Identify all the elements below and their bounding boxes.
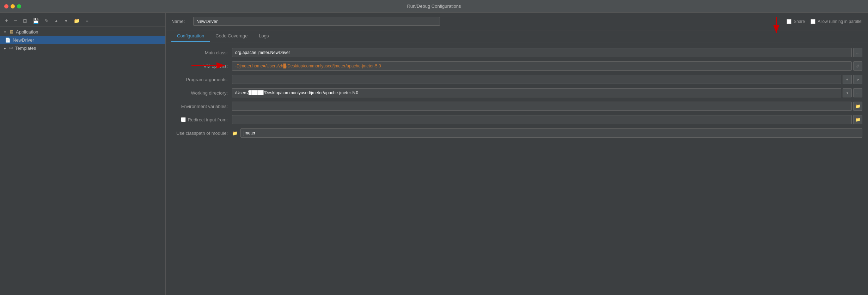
main-class-browse-btn[interactable]: … — [853, 48, 862, 57]
working-dir-input[interactable] — [232, 88, 841, 97]
traffic-lights — [4, 4, 21, 8]
tree-newdriver-label: NewDriver — [13, 37, 34, 43]
working-dir-row: Working directory: ▾ … — [171, 88, 862, 97]
allow-parallel-label: Allow running in parallel — [818, 19, 862, 24]
tab-configuration[interactable]: Configuration — [171, 30, 210, 42]
redirect-input-label: Redirect input from: — [188, 117, 228, 122]
vm-options-label: VM options: — [171, 64, 228, 69]
remove-config-btn[interactable]: − — [12, 17, 19, 25]
add-config-btn[interactable]: + — [3, 17, 10, 25]
classpath-label: Use classpath of module: — [171, 131, 228, 136]
main-class-row: Main class: … — [171, 48, 862, 57]
env-vars-browse-btn[interactable]: 📁 — [853, 102, 862, 111]
program-args-label: Program arguments: — [171, 77, 228, 82]
env-vars-field-group: 📁 — [232, 102, 862, 111]
vm-options-row: VM options: — [171, 61, 862, 71]
working-dir-field-group: ▾ … — [232, 88, 862, 97]
module-selector-group: 📁 jmeter — [232, 128, 862, 138]
dialog-left-toolbar: + − ⊞ 💾 ✎ ▲ ▼ 📁 ≡ — [0, 16, 165, 26]
expand-application-icon: ▾ — [3, 30, 7, 34]
share-checkbox[interactable] — [787, 19, 791, 24]
classpath-row: Use classpath of module: 📁 jmeter — [171, 128, 862, 138]
allow-parallel-checkbox[interactable] — [811, 19, 815, 24]
allow-parallel-checkbox-label[interactable]: Allow running in parallel — [811, 19, 862, 24]
dialog-tabs: Configuration Code Coverage Logs — [166, 30, 868, 42]
file-icon-newdriver: 📄 — [5, 37, 11, 43]
redirect-input-field[interactable] — [232, 115, 852, 124]
folder-icon-templates: ✂ — [9, 46, 13, 51]
tab-code-coverage[interactable]: Code Coverage — [210, 30, 253, 42]
main-class-field-group: … — [232, 48, 862, 57]
dialog-titlebar: Run/Debug Configurations — [0, 0, 868, 13]
working-dir-dropdown-btn[interactable]: ▾ — [843, 88, 852, 97]
close-btn[interactable] — [4, 4, 8, 8]
expand-templates-icon: ▸ — [3, 46, 7, 50]
dialog-body: + − ⊞ 💾 ✎ ▲ ▼ 📁 ≡ ▾ 🖥 Application — [0, 13, 868, 295]
program-args-input[interactable] — [232, 75, 841, 84]
share-area: Share Allow running in parallel — [787, 19, 862, 24]
dialog-title: Run/Debug Configurations — [407, 4, 461, 9]
working-dir-label: Working directory: — [171, 90, 228, 96]
module-select[interactable]: jmeter — [240, 128, 862, 138]
minimize-btn[interactable] — [11, 4, 15, 8]
program-args-field-group: + ⇗ — [232, 75, 862, 84]
copy-config-btn[interactable]: ⊞ — [21, 17, 29, 24]
env-vars-input[interactable] — [232, 102, 852, 111]
tree-templates-label: Templates — [15, 46, 36, 51]
dialog-left-panel: + − ⊞ 💾 ✎ ▲ ▼ 📁 ≡ ▾ 🖥 Application — [0, 13, 166, 295]
redirect-input-row: Redirect input from: 📁 — [171, 115, 862, 124]
redirect-input-checkbox[interactable] — [181, 117, 186, 122]
tree-templates[interactable]: ▸ ✂ Templates — [0, 44, 165, 52]
vm-options-field-group: ⇗ — [232, 61, 862, 71]
folder-btn[interactable]: 📁 — [72, 17, 82, 24]
env-vars-row: Environment variables: 📁 — [171, 102, 862, 111]
main-class-label: Main class: — [171, 50, 228, 55]
tab-logs[interactable]: Logs — [253, 30, 274, 42]
name-input[interactable] — [193, 17, 440, 26]
form-body: Main class: … VM options: — [166, 42, 868, 295]
name-row: Name: Share Allow running in parallel — [166, 13, 868, 30]
program-args-add-btn[interactable]: + — [843, 75, 852, 84]
module-folder-icon: 📁 — [232, 131, 238, 136]
main-layout: Run/Debug Configurations + − ⊞ 💾 ✎ ▲ ▼ 📁… — [0, 38, 868, 295]
name-label: Name: — [171, 19, 189, 24]
main-class-input[interactable] — [232, 48, 852, 57]
move-down-btn[interactable]: ▼ — [62, 18, 71, 24]
redirect-input-browse-btn[interactable]: 📁 — [853, 115, 862, 124]
share-checkbox-label[interactable]: Share — [787, 19, 805, 24]
env-vars-label: Environment variables: — [171, 104, 228, 109]
tree-application-label: Application — [16, 29, 38, 35]
program-args-expand-btn[interactable]: ⇗ — [853, 75, 862, 84]
tree-application[interactable]: ▾ 🖥 Application — [0, 28, 165, 36]
share-label: Share — [794, 19, 805, 24]
vm-options-expand-btn[interactable]: ⇗ — [853, 61, 862, 71]
folder-icon-app: 🖥 — [9, 29, 14, 35]
move-up-btn[interactable]: ▲ — [52, 18, 61, 24]
dialog-right-panel: Name: Share Allow running in parallel — [166, 13, 868, 295]
working-dir-browse-btn[interactable]: … — [853, 88, 862, 97]
edit-config-btn[interactable]: ✎ — [42, 17, 51, 24]
vm-options-input[interactable] — [232, 61, 852, 71]
run-debug-dialog: Run/Debug Configurations + − ⊞ 💾 ✎ ▲ ▼ 📁… — [0, 0, 868, 295]
save-config-btn[interactable]: 💾 — [31, 17, 41, 24]
program-args-row: Program arguments: + ⇗ — [171, 75, 862, 84]
tree-newdriver[interactable]: 📄 NewDriver — [0, 36, 165, 44]
sort-btn[interactable]: ≡ — [83, 17, 90, 24]
maximize-btn[interactable] — [17, 4, 21, 8]
redirect-input-field-group: 📁 — [232, 115, 862, 124]
